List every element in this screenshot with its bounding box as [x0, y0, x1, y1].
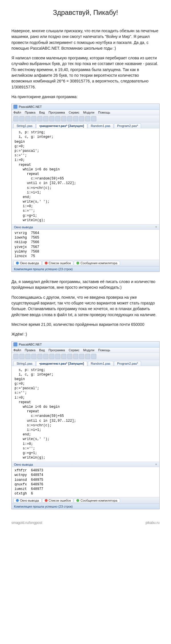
toolbar-icon[interactable]	[91, 116, 96, 121]
output-title-label: Окно вывода	[14, 225, 33, 229]
menu-item[interactable]: Модули	[83, 348, 94, 352]
editor-tab-active[interactable]: •рандомтекст.pas* [Запущен]	[36, 361, 87, 366]
toolbar-icon[interactable]	[37, 354, 42, 359]
bottom-tab[interactable]: Сообщения компилятора	[74, 261, 120, 265]
output-panel: xfhfzr 648973 wctnpy 648974 ioansd 64897…	[12, 467, 159, 497]
status-bar: Компиляция прошла успешно (23 строк)	[12, 266, 159, 272]
status-bar: Компиляция прошла успешно (23 строк)	[12, 504, 159, 509]
ide-menu: Файл Правка Вид Программа Сервис Модули …	[12, 348, 159, 353]
menu-item[interactable]: Правка	[25, 111, 35, 114]
code-editor[interactable]: s, p: string; i, c, g: integer; begin g:…	[12, 366, 159, 462]
bottom-tab-label: Окно вывода	[20, 499, 39, 502]
ide-window-1: PascalABC.NET Файл Правка Вид Программа …	[11, 104, 160, 272]
page-title: Здравствуй, Пикабу!	[11, 9, 160, 17]
tab-dot-icon	[76, 262, 79, 265]
toolbar-icon[interactable]	[31, 354, 36, 359]
editor-tab[interactable]: String1.pas	[13, 361, 36, 366]
toolbar-icon[interactable]	[37, 116, 42, 121]
ide-window-2: PascalABC.NET Файл Правка Вид Программа …	[11, 341, 160, 510]
bottom-tab-label: Окно вывода	[20, 261, 39, 265]
bottom-tab-label: Сообщения компилятора	[80, 261, 117, 265]
menu-item[interactable]: Модули	[83, 111, 94, 114]
toolbar-icon[interactable]	[49, 354, 54, 359]
ide-menu: Файл Правка Вид Программа Сервис Модули …	[12, 110, 159, 115]
toolbar-icon[interactable]	[67, 354, 72, 359]
toolbar-icon[interactable]	[25, 116, 30, 121]
ide-bottom-tabs: Окно вывода Список ошибок Сообщения комп…	[12, 260, 159, 266]
paragraph: На принтскрине данная программа:	[11, 94, 160, 100]
ide-title: PascalABC.NET	[19, 105, 42, 108]
toolbar-icon[interactable]	[91, 354, 96, 359]
menu-item[interactable]: Сервис	[69, 348, 80, 352]
editor-tab[interactable]: Program2.pas*	[114, 361, 141, 366]
panel-dash: ▾	[155, 463, 157, 466]
toolbar-icon[interactable]	[85, 354, 90, 359]
editor-tab[interactable]: Random1.pas	[88, 123, 114, 128]
ide-bottom-tabs: Окно вывода Список ошибок Сообщения комп…	[12, 497, 159, 504]
toolbar-icon[interactable]	[85, 116, 90, 121]
menu-item[interactable]: Помощь	[98, 348, 110, 352]
bottom-tab[interactable]: Список ошибок	[42, 261, 74, 265]
toolbar-icon[interactable]	[13, 354, 19, 359]
menu-item[interactable]: Правка	[25, 348, 35, 352]
toolbar-icon[interactable]	[61, 116, 66, 121]
bottom-tab[interactable]: Список ошибок	[42, 498, 74, 503]
ide-titlebar: PascalABC.NET	[12, 104, 159, 110]
menu-item[interactable]: Вид	[39, 348, 45, 352]
toolbar-icon[interactable]	[67, 116, 72, 121]
toolbar-icon[interactable]	[25, 354, 30, 359]
toolbar-icon[interactable]	[19, 116, 25, 121]
editor-tab[interactable]: Random1.pas	[88, 361, 114, 366]
bottom-tab-label: Список ошибок	[49, 499, 71, 502]
paragraph: Местное время 21,00, количество пройденн…	[11, 322, 160, 327]
paragraph: Да, я замедлил действие программы, заста…	[11, 279, 160, 290]
paragraph: Наверное, многие слышали присказку, что …	[11, 28, 160, 51]
editor-tab[interactable]: Program2.pas*	[114, 123, 141, 128]
footer-left: smagold.ru/longpost	[11, 521, 42, 525]
toolbar-icon[interactable]	[79, 354, 84, 359]
ide-tabs: String1.pas •рандомтекст.pas* [Запущен] …	[12, 122, 159, 128]
output-panel-title: Окно вывода ▾	[12, 462, 159, 467]
toolbar-icon[interactable]	[19, 354, 25, 359]
ide-title: PascalABC.NET	[19, 343, 42, 346]
toolbar-icon[interactable]	[73, 354, 78, 359]
paragraph: Я написал совсем маленькую программу, ко…	[11, 55, 160, 90]
panel-dash: ▾	[155, 225, 157, 229]
menu-item[interactable]: Сервис	[69, 111, 80, 114]
toolbar-icon[interactable]	[55, 116, 60, 121]
output-panel-title: Окно вывода ▾	[12, 224, 159, 230]
menu-item[interactable]: Файл	[13, 348, 21, 352]
menu-item[interactable]: Вид	[39, 111, 45, 114]
toolbar-icon[interactable]	[49, 116, 54, 121]
tab-dot-icon	[45, 499, 48, 502]
tab-dot-icon	[76, 499, 79, 502]
editor-tab[interactable]: String1.pas	[13, 123, 36, 128]
toolbar-icon[interactable]	[55, 354, 60, 359]
toolbar-icon[interactable]	[73, 116, 78, 121]
menu-item[interactable]: Помощь	[98, 111, 110, 114]
output-panel: vrxrzg 7564 iowxhg 7565 nkiiup 7566 yzve…	[12, 230, 159, 260]
tab-dot-icon	[16, 262, 19, 265]
app-icon	[13, 105, 17, 109]
bottom-tab[interactable]: Окно вывода	[13, 261, 42, 265]
toolbar-icon[interactable]	[31, 116, 36, 121]
menu-item[interactable]: Программа	[48, 348, 65, 352]
toolbar-icon[interactable]	[13, 116, 19, 121]
tab-dot-icon	[45, 262, 48, 265]
tab-dot-icon	[16, 499, 19, 502]
toolbar-icon[interactable]	[43, 116, 48, 121]
bottom-tab[interactable]: Окно вывода	[13, 498, 42, 503]
paragraph: Ждём! :)	[11, 331, 160, 337]
toolbar-icon[interactable]	[43, 354, 48, 359]
toolbar-icon[interactable]	[79, 116, 84, 121]
editor-tab-active[interactable]: •рандомтекст.pas* [Запущен]	[36, 123, 87, 128]
page-footer: smagold.ru/longpost pikabu.ru	[0, 519, 171, 526]
bottom-tab[interactable]: Сообщения компилятора	[74, 498, 120, 503]
ide-titlebar: PascalABC.NET	[12, 342, 159, 348]
app-icon	[13, 342, 17, 346]
code-editor[interactable]: s, p: string; i, c, g: integer; begin g:…	[12, 128, 159, 224]
menu-item[interactable]: Программа	[48, 111, 65, 114]
menu-item[interactable]: Файл	[13, 111, 21, 114]
toolbar-icon[interactable]	[61, 354, 66, 359]
ide-tabs: String1.pas •рандомтекст.pas* [Запущен] …	[12, 360, 159, 366]
